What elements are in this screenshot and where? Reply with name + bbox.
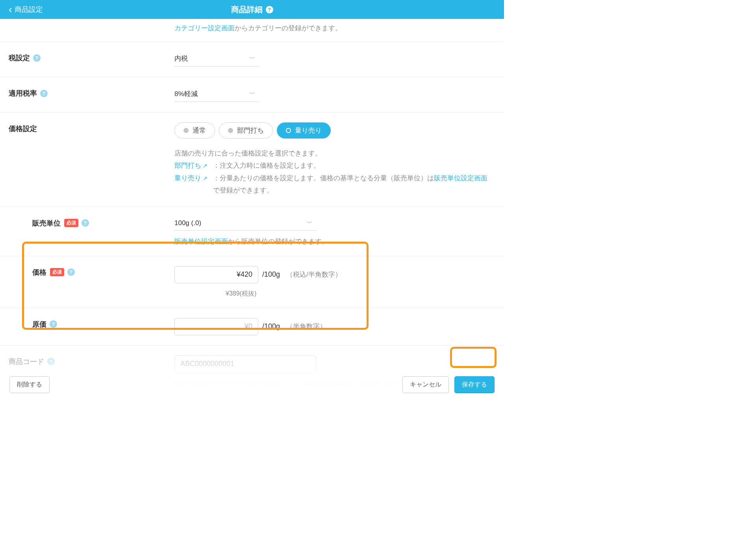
cost-label: 原価: [32, 320, 46, 329]
chevron-left-icon: ‹: [9, 4, 12, 15]
price-mode-desc: 店舗の売り方に合った価格設定を選択できます。: [174, 147, 492, 159]
price-mode-group: 通常 部門打ち 量り売り: [174, 122, 492, 139]
price-mode-weigh[interactable]: 量り売り: [277, 122, 331, 139]
tax-setting-label: 税設定: [9, 53, 30, 63]
dept-link[interactable]: 部門打ち↗: [174, 162, 208, 169]
radio-icon: [286, 128, 291, 133]
row-price: 価格 必須 ? ¥420 /100g （税込/半角数字） ¥389(税抜): [0, 256, 504, 308]
price-label: 価格: [32, 268, 46, 277]
back-label: 商品設定: [15, 5, 43, 14]
help-icon[interactable]: ?: [82, 219, 89, 227]
product-code-label: 商品コード: [9, 357, 44, 366]
required-badge: 必須: [64, 219, 78, 227]
help-icon[interactable]: ?: [40, 90, 48, 97]
row-sale-unit: 販売単位 必須 ? 100g (.0) ﹀ 販売単位設定画面から販売単位の登録が…: [0, 207, 504, 256]
help-icon[interactable]: ?: [266, 6, 273, 13]
price-mode-normal[interactable]: 通常: [174, 122, 215, 139]
category-hint: カテゴリー設定画面からカテゴリーの登録ができます。: [0, 19, 504, 42]
row-tax-setting: 税設定 ? 内税 ﹀: [0, 42, 504, 77]
radio-icon: [228, 128, 233, 133]
help-icon[interactable]: ?: [67, 268, 75, 276]
help-icon[interactable]: ?: [50, 320, 57, 328]
price-mode-dept[interactable]: 部門打ち: [219, 122, 273, 139]
category-settings-link[interactable]: カテゴリー設定画面: [174, 24, 235, 32]
chevron-down-icon: ﹀: [250, 91, 255, 98]
tax-setting-select[interactable]: 内税 ﹀: [174, 52, 259, 67]
help-icon[interactable]: ?: [33, 54, 41, 62]
chevron-down-icon: ﹀: [307, 220, 312, 227]
price-mode-label: 価格設定: [9, 124, 37, 133]
tax-rate-select[interactable]: 8%軽減 ﹀: [174, 87, 259, 102]
back-button[interactable]: ‹ 商品設定: [0, 4, 43, 15]
help-icon[interactable]: ?: [47, 358, 55, 365]
cost-input[interactable]: ¥0: [174, 318, 258, 335]
external-link-icon: ↗: [203, 163, 208, 169]
row-price-mode: 価格設定 通常 部門打ち 量り売り 店舗の売り方に合った価格設定を選択できます。: [0, 113, 504, 207]
sale-unit-label: 販売単位: [32, 218, 61, 228]
required-badge: 必須: [50, 268, 64, 276]
app-header: ‹ 商品設定 商品詳細 ?: [0, 0, 504, 19]
tax-rate-label: 適用税率: [9, 89, 37, 98]
delete-button[interactable]: 削除する: [9, 376, 50, 393]
page-title: 商品詳細: [231, 4, 263, 15]
footer-bar: 削除する キャンセル 保存する: [0, 372, 504, 398]
save-button[interactable]: 保存する: [454, 376, 495, 393]
sale-unit-select[interactable]: 100g (.0) ﹀: [174, 217, 316, 231]
price-unit: /100g: [262, 270, 280, 279]
radio-icon: [183, 128, 189, 133]
row-cost: 原価 ? ¥0 /100g （半角数字）: [0, 308, 504, 346]
chevron-down-icon: ﹀: [250, 55, 255, 62]
cancel-button[interactable]: キャンセル: [402, 376, 449, 393]
row-tax-rate: 適用税率 ? 8%軽減 ﹀: [0, 77, 504, 113]
sale-unit-settings-link[interactable]: 販売単位設定画面: [174, 238, 228, 245]
weigh-link[interactable]: 量り売り↗: [174, 174, 208, 182]
product-code-input[interactable]: ABC0000000001: [174, 355, 316, 373]
external-link-icon: ↗: [203, 175, 208, 181]
price-excl-tax: ¥389(税抜): [174, 290, 492, 298]
sale-unit-settings-link[interactable]: 販売単位設定画面: [434, 174, 487, 182]
cost-unit: /100g: [262, 322, 280, 331]
price-input[interactable]: ¥420: [174, 266, 258, 283]
